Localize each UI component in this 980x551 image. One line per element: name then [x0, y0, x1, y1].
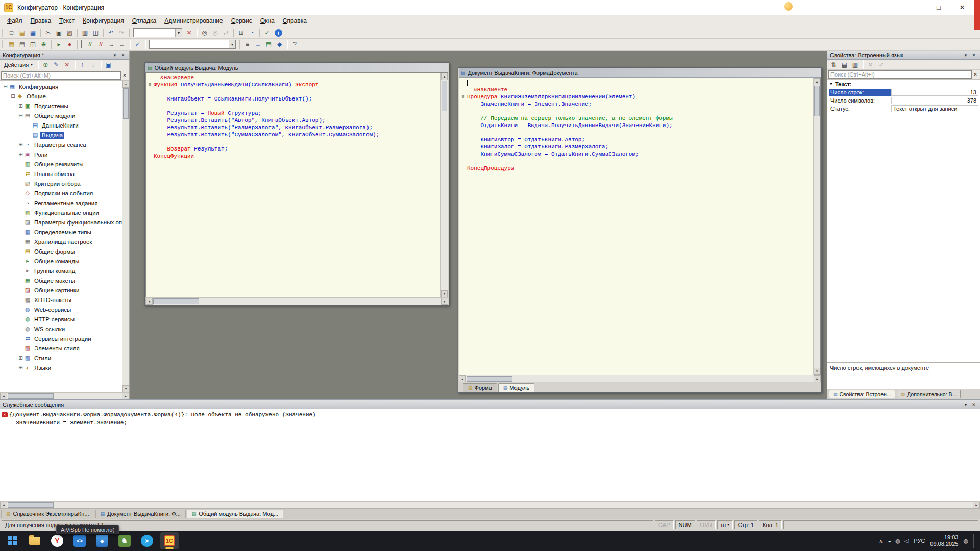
tree-item[interactable]: ⇄Сервисы интеграции: [0, 334, 122, 343]
indent-icon[interactable]: →: [107, 40, 116, 49]
horizontal-scrollbar[interactable]: ◂▸: [0, 501, 980, 508]
horizontal-scrollbar[interactable]: ◂▸: [145, 297, 448, 305]
tree-item[interactable]: ▦Общие макеты: [0, 276, 122, 285]
scroll-arrow-icon[interactable]: ▴: [122, 81, 129, 88]
procedures-combobox[interactable]: ▼: [149, 40, 236, 49]
message-line[interactable]: ✕{Документ.ВыдачаКниги.Форма.ФормаДокуме…: [0, 411, 980, 419]
scroll-track[interactable]: [200, 298, 441, 305]
horizontal-scrollbar[interactable]: ◂▸: [0, 392, 129, 399]
open-configuration-icon[interactable]: ▦: [7, 40, 16, 49]
tray-app-icon[interactable]: ◒: [888, 538, 892, 544]
property-row[interactable]: Число строк:13: [827, 88, 980, 96]
goto-definition-icon[interactable]: →: [253, 40, 263, 49]
breakpoint-icon[interactable]: ●: [65, 40, 75, 49]
tray-expand-icon[interactable]: ∧: [879, 538, 883, 544]
tree-item[interactable]: ⊟▤Общие модули: [0, 111, 122, 120]
menu-edit[interactable]: Правка: [27, 16, 56, 26]
tree-item[interactable]: ⇄Планы обмена: [0, 169, 122, 179]
window-tab-catalog[interactable]: ▤Справочник ЭкземплярыКн...: [1, 510, 94, 518]
outdent-icon[interactable]: ←: [117, 40, 127, 49]
find-icon[interactable]: ◎: [200, 28, 209, 38]
scroll-thumb[interactable]: [467, 376, 512, 382]
scroll-thumb[interactable]: [123, 88, 129, 119]
clock[interactable]: 19:03 09.08.2025: [930, 534, 958, 547]
minimize-button[interactable]: –: [903, 0, 927, 15]
template-icon[interactable]: ▤: [264, 40, 274, 49]
view-categories-icon[interactable]: ▥: [850, 60, 860, 69]
scroll-arrow-icon[interactable]: ▾: [441, 290, 448, 297]
tree-item[interactable]: ◍HTTP-сервисы: [0, 314, 122, 324]
1c-configurator-icon[interactable]: 1С: [160, 532, 179, 549]
tree-item[interactable]: ▨Параметры функциональных опц: [0, 217, 122, 227]
scroll-arrow-icon[interactable]: ◂: [0, 393, 7, 399]
delete-icon[interactable]: ✕: [62, 60, 72, 70]
scroll-arrow-icon[interactable]: ▴: [441, 73, 448, 80]
scroll-arrow-icon[interactable]: ◂: [0, 502, 7, 508]
fold-icon[interactable]: ⊟: [146, 81, 154, 88]
close-icon[interactable]: ✕: [970, 401, 977, 408]
tree-item[interactable]: ▨Функциональные опции: [0, 208, 122, 217]
tree-item[interactable]: ◇Подписки на события: [0, 188, 122, 198]
compare-configurations-icon[interactable]: ◫: [28, 40, 38, 49]
dropdown-arrow-icon[interactable]: ▼: [175, 29, 182, 37]
tree-expander-icon[interactable]: ⊞: [17, 142, 24, 147]
module-tab[interactable]: ▤Модуль: [498, 383, 535, 392]
messenger-icon[interactable]: ◆: [93, 532, 111, 549]
print-preview-icon[interactable]: ◫: [91, 28, 101, 38]
scroll-arrow-icon[interactable]: ▾: [814, 368, 820, 375]
syntax-check-icon[interactable]: ✓: [262, 28, 272, 38]
apply-icon[interactable]: ✓: [876, 60, 886, 69]
tree-item[interactable]: ⊞▣Подсистемы: [0, 101, 122, 111]
scroll-arrow-icon[interactable]: ▸: [122, 393, 129, 399]
tree-item[interactable]: ▤Выдача: [0, 130, 122, 140]
dropdown-arrow-icon[interactable]: ▼: [229, 40, 235, 48]
tree-item[interactable]: ▦Определяемые типы: [0, 227, 122, 237]
panel-menu-icon[interactable]: ▾: [962, 401, 969, 408]
tree-item[interactable]: ▤Общие формы: [0, 246, 122, 256]
actions-button[interactable]: Действия▾: [1, 61, 36, 68]
cut-icon[interactable]: ✂: [43, 28, 53, 38]
tree-item[interactable]: ▧Критерии отбора: [0, 179, 122, 188]
tree-item[interactable]: ▤ДанныеКниги: [0, 120, 122, 130]
uncomment-icon[interactable]: //: [96, 40, 106, 49]
scroll-track[interactable]: [54, 393, 122, 399]
notification-bell-icon[interactable]: ◍: [963, 538, 968, 544]
find-combobox-input[interactable]: [134, 29, 175, 37]
timer-icon[interactable]: ◔: [247, 28, 257, 38]
menu-administration[interactable]: Администрирование: [160, 16, 227, 26]
open-file-icon[interactable]: ▤: [17, 28, 27, 38]
tree-item[interactable]: ▥Общие реквизиты: [0, 159, 122, 169]
tree-item[interactable]: ⊞▣Роли: [0, 149, 122, 159]
bookmark-icon[interactable]: ◆: [275, 40, 284, 49]
scroll-thumb[interactable]: [8, 393, 54, 399]
tree-item[interactable]: ⊟▦Конфигурация: [0, 82, 122, 91]
scroll-arrow-icon[interactable]: ▸: [814, 375, 821, 382]
menu-configuration[interactable]: Конфигурация: [79, 16, 128, 26]
move-up-icon[interactable]: ↑: [78, 60, 87, 70]
config-search-input[interactable]: [1, 71, 121, 80]
scroll-thumb[interactable]: [8, 502, 54, 508]
scroll-thumb[interactable]: [442, 81, 447, 111]
print-icon[interactable]: ▥: [80, 28, 90, 38]
add-icon[interactable]: ⊕: [41, 60, 51, 70]
tree-expander-icon[interactable]: ⊞: [17, 365, 24, 370]
undo-icon[interactable]: ↶: [106, 28, 116, 38]
start-debugging-icon[interactable]: ▸: [54, 40, 64, 49]
update-db-config-icon[interactable]: ⊕: [39, 40, 48, 49]
tree-expander-icon[interactable]: ⊞: [17, 103, 24, 109]
clear-search-icon[interactable]: ✕: [121, 72, 128, 79]
scroll-thumb[interactable]: [814, 86, 820, 116]
code-editor-icon[interactable]: <>: [70, 532, 89, 549]
tree-item[interactable]: ◔Регламентные задания: [0, 198, 122, 208]
property-row[interactable]: Число символов:378: [827, 96, 980, 105]
maximize-button[interactable]: □: [927, 0, 950, 15]
find-next-icon[interactable]: ◎: [210, 28, 220, 38]
tree-item[interactable]: ⊞◐Языки: [0, 363, 122, 372]
scroll-thumb[interactable]: [153, 298, 199, 304]
help-contents-icon[interactable]: ?: [290, 40, 300, 49]
procedures-list-icon[interactable]: ≡: [242, 40, 252, 49]
tree-expander-icon[interactable]: ⊟: [2, 84, 9, 89]
scroll-arrow-icon[interactable]: ◂: [145, 298, 153, 305]
show-desktop-button[interactable]: [973, 534, 976, 548]
tree-item[interactable]: ▸Общие команды: [0, 256, 122, 266]
